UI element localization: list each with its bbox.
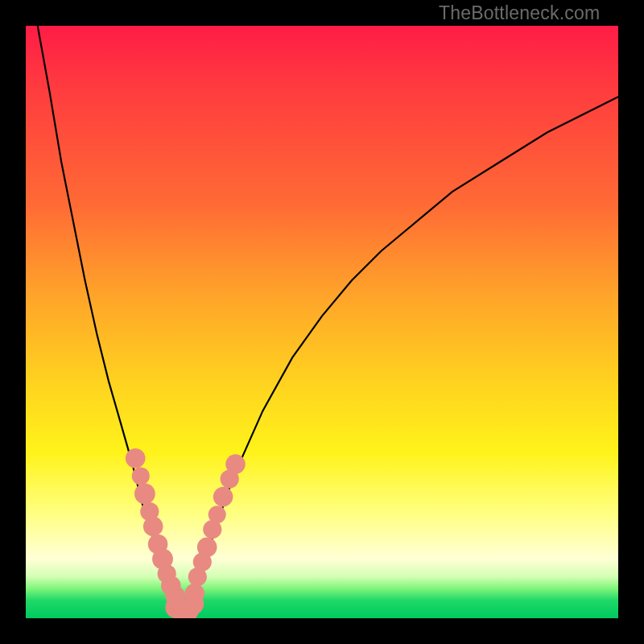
chart-stage: TheBottleneck.com [0,0,644,644]
marker-dot [143,517,163,537]
marker-dot [213,487,233,507]
marker-dot [132,467,150,485]
plot-area [26,26,618,618]
curve-right [186,97,618,612]
frame-bottom [0,618,644,644]
marker-dot [134,484,155,505]
chart-svg [26,26,618,618]
marker-dot [197,537,217,557]
marker-dot [185,584,205,604]
frame-right [618,0,644,644]
frame-left [0,0,26,644]
marker-dot [126,448,146,469]
marker-dot [225,454,246,474]
watermark-text: TheBottleneck.com [439,2,600,24]
marker-dot [208,506,226,523]
marker-dots [126,448,246,621]
